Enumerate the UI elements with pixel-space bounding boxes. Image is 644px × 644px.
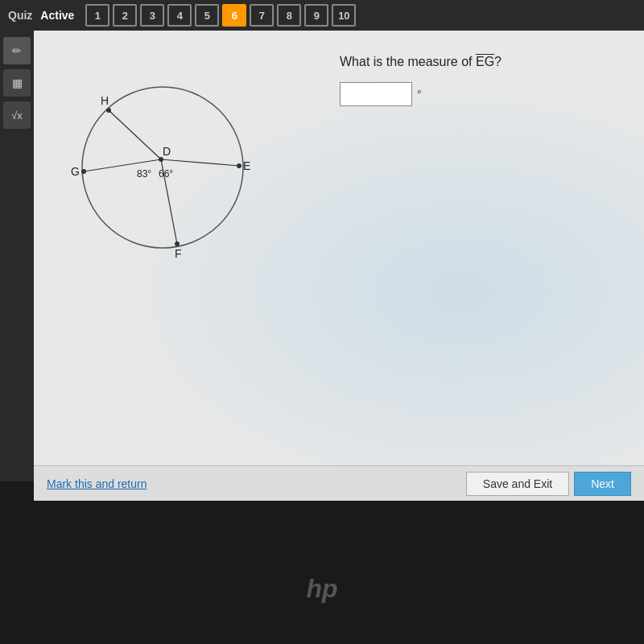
right-question-area: What is the measure of EG? ° bbox=[308, 47, 628, 449]
num-btn-4[interactable]: 4 bbox=[167, 4, 192, 27]
svg-text:E: E bbox=[243, 159, 250, 172]
mark-return-link[interactable]: Mark this and return bbox=[47, 477, 147, 490]
degree-symbol: ° bbox=[417, 88, 422, 101]
calculator-icon[interactable]: ▦ bbox=[3, 69, 31, 97]
num-btn-7[interactable]: 7 bbox=[250, 4, 274, 27]
svg-text:F: F bbox=[175, 247, 182, 260]
svg-text:H: H bbox=[101, 94, 109, 107]
svg-line-2 bbox=[161, 159, 239, 166]
top-bar: Quiz Active 1 2 3 4 5 6 7 8 9 10 bbox=[0, 0, 644, 31]
hp-logo-area: hp bbox=[306, 574, 337, 604]
num-btn-9[interactable]: 9 bbox=[304, 4, 328, 27]
circle-diagram: H D E G F 83° 66° bbox=[50, 47, 275, 272]
question-area: H D E G F 83° 66° What is the measure of… bbox=[50, 47, 628, 449]
bottom-bar: Mark this and return Save and Exit Next bbox=[34, 465, 644, 501]
num-btn-2[interactable]: 2 bbox=[113, 4, 137, 27]
segment-label: EG bbox=[476, 55, 494, 68]
num-btn-10[interactable]: 10 bbox=[332, 4, 356, 27]
svg-point-5 bbox=[106, 108, 111, 113]
svg-point-7 bbox=[237, 163, 242, 168]
main-content: H D E G F 83° 66° What is the measure of… bbox=[34, 31, 644, 465]
bottom-buttons: Save and Exit Next bbox=[466, 472, 631, 496]
num-btn-3[interactable]: 3 bbox=[140, 4, 164, 27]
answer-box: ° bbox=[340, 82, 628, 106]
save-exit-button[interactable]: Save and Exit bbox=[466, 472, 569, 496]
left-sidebar: ✏ ▦ √x bbox=[0, 31, 34, 481]
svg-text:66°: 66° bbox=[159, 168, 173, 180]
svg-text:G: G bbox=[71, 165, 80, 178]
svg-point-8 bbox=[81, 169, 86, 174]
answer-input[interactable] bbox=[340, 82, 412, 106]
next-button[interactable]: Next bbox=[574, 472, 631, 496]
svg-text:83°: 83° bbox=[137, 168, 151, 180]
hp-logo: hp bbox=[306, 574, 337, 603]
svg-line-1 bbox=[109, 110, 161, 159]
svg-text:D: D bbox=[163, 145, 171, 158]
num-btn-8[interactable]: 8 bbox=[277, 4, 301, 27]
pencil-icon[interactable]: ✏ bbox=[3, 37, 31, 64]
num-btn-5[interactable]: 5 bbox=[195, 4, 219, 27]
num-btn-6[interactable]: 6 bbox=[222, 4, 246, 27]
quiz-label: Quiz bbox=[8, 9, 32, 22]
svg-point-9 bbox=[175, 242, 180, 246]
num-btn-1[interactable]: 1 bbox=[85, 4, 109, 27]
diagram-area: H D E G F 83° 66° bbox=[50, 47, 308, 449]
active-label: Active bbox=[40, 9, 74, 22]
number-buttons: 1 2 3 4 5 6 7 8 9 10 bbox=[85, 4, 356, 27]
formula-icon[interactable]: √x bbox=[3, 101, 31, 129]
question-text: What is the measure of EG? bbox=[340, 55, 628, 69]
question-prefix: What is the measure of bbox=[340, 55, 476, 68]
